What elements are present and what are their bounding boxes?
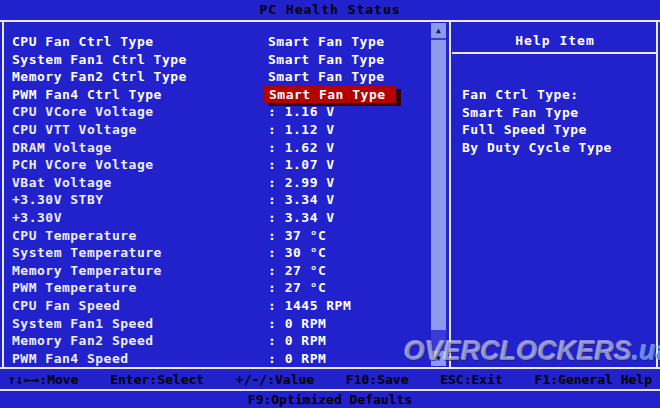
scrollbar[interactable]: ▲ ▼ (431, 23, 446, 366)
setting-row: +3.30V STBY: 3.34 V (12, 191, 430, 209)
help-line: Full Speed Type (462, 121, 658, 139)
setting-row: PCH VCore Voltage: 1.07 V (12, 156, 430, 174)
setting-row: PWM Fan4 Speed: 0 RPM (12, 350, 430, 368)
setting-value: : 1.07 V (268, 156, 335, 174)
key-hint: F10:Save (346, 371, 409, 389)
setting-value: : 2.99 V (268, 174, 335, 192)
setting-value: : 3.34 V (268, 209, 335, 227)
help-panel-content: Fan Ctrl Type:Smart Fan TypeFull Speed T… (462, 86, 658, 156)
setting-label: CPU VCore Voltage (12, 103, 154, 121)
bottom-border-line (0, 367, 660, 369)
help-line: By Duty Cycle Type (462, 139, 658, 157)
setting-label: PCH VCore Voltage (12, 156, 154, 174)
key-hint: ↑↓←→:Move (8, 371, 78, 389)
setting-row: PWM Temperature: 27 °C (12, 279, 430, 297)
setting-label: CPU Fan Ctrl Type (12, 33, 154, 51)
setting-value: : 0 RPM (268, 350, 326, 368)
setting-value[interactable]: Smart Fan Type (268, 68, 385, 86)
setting-label: PWM Temperature (12, 279, 137, 297)
setting-value: : 3.34 V (268, 191, 335, 209)
settings-list: CPU Fan Ctrl TypeSmart Fan TypeSystem Fa… (12, 33, 430, 367)
setting-row: DRAM Voltage: 1.62 V (12, 139, 430, 157)
setting-row: +3.30V: 3.34 V (12, 209, 430, 227)
key-hint: ESC:Exit (440, 371, 503, 389)
setting-row: CPU Temperature: 37 °C (12, 227, 430, 245)
help-line: Fan Ctrl Type: (462, 86, 658, 104)
setting-value: : 37 °C (268, 227, 326, 245)
setting-row: CPU VCore Voltage: 1.16 V (12, 103, 430, 121)
setting-value[interactable]: Smart Fan Type (268, 33, 385, 51)
setting-value: : 0 RPM (268, 332, 326, 350)
setting-label: CPU Temperature (12, 227, 137, 245)
setting-value: : 27 °C (268, 279, 326, 297)
help-line: Smart Fan Type (462, 104, 658, 122)
setting-label: +3.30V STBY (12, 191, 104, 209)
setting-label: CPU VTT Voltage (12, 121, 137, 139)
setting-row: Memory Fan2 Speed: 0 RPM (12, 332, 430, 350)
setting-row: CPU Fan Speed: 1445 RPM (12, 297, 430, 315)
setting-value: : 1445 RPM (268, 297, 351, 315)
setting-value[interactable]: Smart Fan Type (268, 51, 385, 69)
setting-value: : 30 °C (268, 244, 326, 262)
setting-value[interactable]: Smart Fan Type (264, 86, 396, 104)
setting-row: Memory Temperature: 27 °C (12, 262, 430, 280)
right-border-line (656, 21, 658, 368)
defaults-hint: F9:Optimized Defaults (0, 392, 660, 407)
setting-value: : 0 RPM (268, 315, 326, 333)
top-border-line (0, 20, 660, 22)
key-hint: Enter:Select (110, 371, 204, 389)
setting-row: CPU VTT Voltage: 1.12 V (12, 121, 430, 139)
setting-row[interactable]: System Fan1 Ctrl TypeSmart Fan Type (12, 51, 430, 69)
scrollbar-thumb[interactable] (431, 40, 446, 330)
setting-row-selected[interactable]: PWM Fan4 Ctrl TypeSmart Fan Type (12, 86, 430, 104)
setting-row[interactable]: CPU Fan Ctrl TypeSmart Fan Type (12, 33, 430, 51)
setting-label: System Temperature (12, 244, 162, 262)
panel-divider-line (449, 21, 451, 368)
help-panel-title: Help Item (452, 33, 658, 48)
setting-value: : 27 °C (268, 262, 326, 280)
setting-value: : 1.12 V (268, 121, 335, 139)
setting-label: Memory Fan2 Speed (12, 332, 154, 350)
setting-label: VBat Voltage (12, 174, 112, 192)
setting-row: VBat Voltage: 2.99 V (12, 174, 430, 192)
setting-label: Memory Fan2 Ctrl Type (12, 68, 187, 86)
setting-value: : 1.62 V (268, 139, 335, 157)
setting-label: PWM Fan4 Ctrl Type (12, 86, 162, 104)
footer-separator-line (0, 389, 660, 391)
key-hint: F1:General Help (535, 371, 652, 389)
setting-value: : 1.16 V (268, 103, 335, 121)
setting-label: Memory Temperature (12, 262, 162, 280)
key-hints-bar: ↑↓←→:MoveEnter:Select+/-/:ValueF10:SaveE… (0, 371, 660, 389)
page-title: PC Health Status (0, 2, 660, 17)
scroll-up-arrow-icon[interactable]: ▲ (431, 23, 446, 38)
setting-label: +3.30V (12, 209, 62, 227)
setting-row[interactable]: Memory Fan2 Ctrl TypeSmart Fan Type (12, 68, 430, 86)
left-border-line (2, 21, 4, 368)
setting-label: CPU Fan Speed (12, 297, 120, 315)
key-hint: +/-/:Value (236, 371, 314, 389)
help-title-underline (452, 52, 658, 54)
setting-label: System Fan1 Speed (12, 315, 154, 333)
setting-label: PWM Fan4 Speed (12, 350, 129, 368)
bios-health-status-screen: PC Health Status CPU Fan Ctrl TypeSmart … (0, 0, 660, 408)
setting-row: System Temperature: 30 °C (12, 244, 430, 262)
setting-label: System Fan1 Ctrl Type (12, 51, 187, 69)
scroll-down-arrow-icon[interactable]: ▼ (431, 351, 446, 366)
setting-label: DRAM Voltage (12, 139, 112, 157)
setting-row: System Fan1 Speed: 0 RPM (12, 315, 430, 333)
